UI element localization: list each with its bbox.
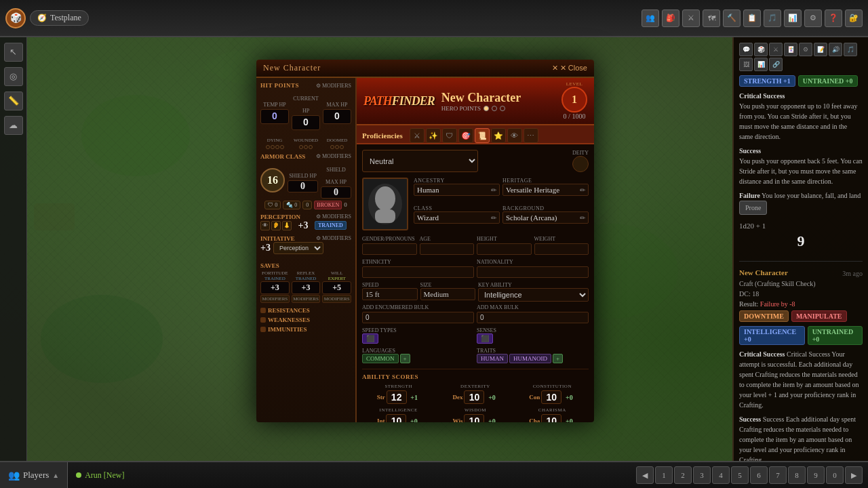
bottom-num-9[interactable]: 9 — [807, 466, 825, 484]
add-trait-btn[interactable]: + — [553, 354, 563, 363]
tab-armor[interactable]: 🛡 — [442, 128, 457, 143]
age-input[interactable] — [420, 243, 475, 255]
bottom-num-2[interactable]: 2 — [674, 466, 692, 484]
init-modifiers-btn[interactable]: ⚙ MODIFIERS — [316, 235, 351, 241]
nationality-input[interactable] — [477, 266, 589, 278]
smell-icon[interactable]: 👃 — [282, 221, 292, 230]
tool-btn-6[interactable]: 📋 — [743, 9, 761, 27]
current-hp-input[interactable] — [292, 115, 320, 130]
con-input[interactable] — [541, 390, 561, 404]
sidebar-measure-tool[interactable]: 📏 — [4, 92, 23, 110]
hardness-btn2[interactable]: 🔩 0 — [283, 201, 300, 209]
tool-btn-9[interactable]: ⚙ — [804, 9, 822, 27]
tab-class[interactable]: ⭐ — [491, 128, 506, 143]
tab-extra[interactable]: ⋯ — [524, 128, 538, 143]
vision-icon[interactable]: 👁 — [260, 221, 270, 230]
bottom-num-4[interactable]: 4 — [712, 466, 730, 484]
dying-pip-2[interactable] — [271, 145, 275, 149]
doomed-pip-3[interactable] — [340, 145, 344, 149]
bottom-nav-prev[interactable]: ◀ — [636, 466, 654, 484]
dying-pip-4[interactable] — [280, 145, 284, 149]
doomed-pip-1[interactable] — [330, 145, 334, 149]
tab-attacks[interactable]: ⚔ — [410, 128, 425, 143]
wis-input[interactable] — [464, 414, 484, 422]
ancestry-edit-btn[interactable]: ✏ — [491, 186, 496, 194]
tool-btn-10[interactable]: ❓ — [825, 9, 842, 27]
scene-title[interactable]: 🧭 Testplane — [30, 10, 89, 26]
doomed-pip-2[interactable] — [335, 145, 339, 149]
fort-mod-btn[interactable]: MODIFIERS — [260, 295, 290, 303]
ac-value[interactable]: 16 — [260, 168, 285, 192]
class-edit-btn[interactable]: ✏ — [491, 214, 496, 222]
bottom-num-0[interactable]: 0 — [826, 466, 844, 484]
tool-btn-3[interactable]: ⚔ — [682, 9, 700, 27]
rp-tool-8[interactable]: 🎵 — [844, 43, 857, 56]
encumbered-input[interactable] — [362, 312, 474, 323]
wounded-pip-2[interactable] — [304, 145, 308, 149]
will-mod-btn[interactable]: MODIFIERS — [322, 295, 351, 303]
wounded-pip-1[interactable] — [299, 145, 303, 149]
heritage-edit-btn[interactable]: ✏ — [580, 186, 585, 194]
max-bulk-input[interactable] — [477, 312, 589, 323]
int-input[interactable] — [386, 414, 406, 422]
reflex-val[interactable]: +3 — [292, 281, 321, 294]
fort-val[interactable]: +3 — [260, 281, 290, 294]
bottom-nav-next[interactable]: ▶ — [845, 466, 863, 484]
wounded-pip-3[interactable] — [309, 145, 313, 149]
bottom-num-1[interactable]: 1 — [655, 466, 673, 484]
reflex-mod-btn[interactable]: MODIFIERS — [292, 295, 321, 303]
tool-btn-5[interactable]: 🔨 — [723, 9, 741, 27]
players-tab[interactable]: 👥 Players ▲ — [0, 462, 68, 488]
rp-tool-9[interactable]: 🖼 — [739, 58, 753, 71]
tool-btn-11[interactable]: 🔐 — [845, 9, 863, 27]
tool-btn-4[interactable]: 🗺 — [703, 9, 720, 27]
sidebar-select-tool[interactable]: ↖ — [4, 43, 23, 62]
key-ability-select[interactable]: Intelligence — [478, 288, 589, 302]
hardness-btn3[interactable]: 0 — [302, 201, 312, 209]
sidebar-fog-tool[interactable]: ☁ — [4, 116, 23, 135]
bottom-num-6[interactable]: 6 — [750, 466, 768, 484]
hero-pip-1[interactable] — [484, 106, 489, 111]
init-skill-select[interactable]: Perception — [273, 242, 323, 254]
bottom-num-8[interactable]: 8 — [788, 466, 806, 484]
bottom-num-5[interactable]: 5 — [731, 466, 749, 484]
will-val[interactable]: +5 — [322, 281, 351, 294]
rp-tool-1[interactable]: 💬 — [739, 43, 753, 56]
rp-tool-4[interactable]: 🃏 — [784, 43, 797, 56]
tool-btn-1[interactable]: 👥 — [642, 9, 659, 27]
dex-input[interactable] — [464, 390, 484, 404]
rp-tool-7[interactable]: 🔊 — [829, 43, 842, 56]
rp-tool-5[interactable]: ⚙ — [799, 43, 812, 56]
tab-saves2[interactable]: 🎯 — [458, 128, 473, 143]
rp-tool-2[interactable]: 🎲 — [754, 43, 768, 56]
deity-icon[interactable] — [572, 156, 589, 172]
background-edit-btn[interactable]: ✏ — [580, 214, 585, 222]
init-val[interactable]: +3 — [260, 243, 271, 253]
weight-input[interactable] — [534, 243, 589, 255]
hero-pip-2[interactable] — [492, 106, 497, 111]
hero-pip-3[interactable] — [500, 106, 505, 111]
gender-input[interactable] — [362, 243, 417, 255]
temp-hp-input[interactable] — [260, 109, 289, 124]
hardness-btn[interactable]: 🛡 0 — [264, 201, 281, 209]
sidebar-token-tool[interactable]: ◎ — [4, 67, 23, 86]
bottom-num-3[interactable]: 3 — [693, 466, 711, 484]
tool-btn-7[interactable]: 🎵 — [764, 9, 781, 27]
cha-input[interactable] — [541, 414, 561, 422]
hp-modifiers-btn[interactable]: ⚙ MODIFIERS — [316, 83, 351, 89]
alignment-select[interactable]: Neutral — [362, 150, 478, 172]
add-lang-btn[interactable]: + — [400, 354, 410, 363]
bottom-num-7[interactable]: 7 — [769, 466, 787, 484]
tab-skills[interactable]: 📜 — [475, 128, 490, 143]
rp-tool-11[interactable]: 🔗 — [769, 58, 783, 71]
tool-btn-2[interactable]: 🎒 — [662, 9, 679, 27]
str-input[interactable] — [387, 390, 407, 404]
dying-pip-3[interactable] — [275, 145, 279, 149]
portrait-box[interactable] — [362, 178, 408, 230]
tab-perception2[interactable]: 👁 — [507, 128, 522, 143]
dying-pip-1[interactable] — [266, 145, 270, 149]
rp-tool-10[interactable]: 📊 — [754, 58, 768, 71]
ac-modifiers-btn[interactable]: ⚙ MODIFIERS — [316, 153, 351, 160]
perc-modifiers-btn[interactable]: ⚙ MODIFIERS — [316, 214, 351, 220]
close-button[interactable]: ✕ ✕ Close — [552, 64, 587, 73]
